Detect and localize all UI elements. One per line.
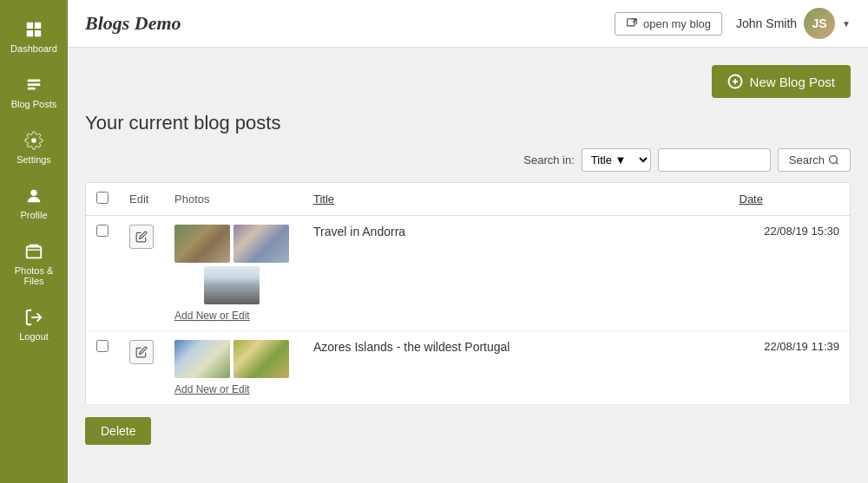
search-in-select[interactable]: Title ▼ Content Date <box>582 148 651 172</box>
svg-rect-3 <box>35 30 41 36</box>
row-edit-cell <box>119 331 164 405</box>
photos-files-icon <box>23 241 44 262</box>
sidebar-item-settings[interactable]: Settings <box>0 120 68 175</box>
svg-rect-9 <box>27 247 42 258</box>
avatar: JS <box>804 8 835 39</box>
edit-button[interactable] <box>129 225 154 249</box>
row-checkbox[interactable] <box>96 225 108 237</box>
row-title-cell: Azores Islands - the wildest Portugal <box>303 331 729 405</box>
header-title[interactable]: Title <box>303 183 729 216</box>
svg-line-17 <box>836 162 838 164</box>
row-date-cell: 22/08/19 11:39 <box>729 331 851 405</box>
page-title: Your current blog posts <box>85 112 851 134</box>
photo-grid <box>174 340 293 378</box>
search-input[interactable] <box>658 148 771 172</box>
select-all-checkbox[interactable] <box>96 192 108 204</box>
row-checkbox[interactable] <box>96 340 108 352</box>
svg-rect-5 <box>28 83 41 86</box>
sidebar-item-logout[interactable]: Logout <box>0 297 68 352</box>
header-checkbox-cell <box>86 183 120 216</box>
table-header-row: Edit Photos Title Date <box>86 183 851 216</box>
external-link-icon <box>626 17 638 29</box>
row-checkbox-cell <box>86 331 120 405</box>
sidebar-label-dashboard: Dashboard <box>10 43 57 54</box>
header-edit: Edit <box>119 183 164 216</box>
row-photos-cell: Add New or Edit <box>164 216 303 331</box>
svg-point-16 <box>830 156 838 164</box>
search-in-label: Search in: <box>523 153 575 166</box>
sidebar-item-profile[interactable]: Profile <box>0 175 68 231</box>
svg-rect-2 <box>27 30 33 36</box>
row-title-cell: Travel in Andorra <box>303 216 729 331</box>
sidebar-label-settings: Settings <box>16 154 51 165</box>
row-date-cell: 22/08/19 15:30 <box>729 216 851 331</box>
logout-icon <box>23 307 44 328</box>
delete-button[interactable]: Delete <box>85 417 151 445</box>
edit-button[interactable] <box>129 340 154 364</box>
profile-icon <box>23 186 44 206</box>
header-photos: Photos <box>164 183 303 216</box>
post-title: Travel in Andorra <box>313 225 405 238</box>
delete-bar: Delete <box>85 417 851 445</box>
sidebar-item-photos-files[interactable]: Photos &Files <box>0 231 68 297</box>
sidebar-item-dashboard[interactable]: Dashboard <box>0 9 68 64</box>
search-button[interactable]: Search <box>778 148 851 172</box>
open-my-blog-button[interactable]: open my blog <box>615 12 722 36</box>
photo-thumbnail[interactable] <box>174 340 230 378</box>
svg-point-7 <box>31 138 36 143</box>
photo-thumbnail[interactable] <box>233 225 289 263</box>
svg-rect-0 <box>27 23 33 29</box>
table-row: Add New or Edit Azores Islands - the wil… <box>86 331 851 405</box>
svg-rect-1 <box>35 23 41 29</box>
header-date[interactable]: Date <box>729 183 851 216</box>
photo-thumbnail[interactable] <box>233 340 289 378</box>
svg-rect-10 <box>30 245 39 247</box>
photo-grid <box>174 225 293 304</box>
search-icon <box>828 154 839 166</box>
row-edit-cell <box>119 216 164 331</box>
add-new-or-edit-link[interactable]: Add New or Edit <box>174 310 293 322</box>
search-bar: Search in: Title ▼ Content Date Search <box>85 148 851 172</box>
add-new-or-edit-link[interactable]: Add New or Edit <box>174 383 293 395</box>
photo-thumbnail[interactable] <box>204 266 260 304</box>
row-checkbox-cell <box>86 216 120 331</box>
sidebar-item-blog-posts[interactable]: Blog Posts <box>0 64 68 120</box>
svg-rect-4 <box>28 80 41 82</box>
user-info[interactable]: John Smith JS ▼ <box>736 8 851 39</box>
blog-posts-icon <box>23 75 44 95</box>
logo: Blogs Demo <box>85 12 615 35</box>
table-row: Add New or Edit Travel in Andorra 22/08/… <box>86 216 851 331</box>
sidebar-label-photos-files: Photos &Files <box>15 265 54 286</box>
photo-thumbnail[interactable] <box>174 225 230 263</box>
svg-rect-6 <box>28 88 36 90</box>
pencil-icon <box>135 231 148 243</box>
post-title: Azores Islands - the wildest Portugal <box>313 340 510 354</box>
user-name: John Smith <box>736 16 797 30</box>
row-photos-cell: Add New or Edit <box>164 331 303 405</box>
settings-icon <box>23 130 44 151</box>
header: Blogs Demo open my blog John Smith JS ▼ <box>68 0 868 48</box>
svg-point-8 <box>30 190 36 196</box>
dashboard-icon <box>23 19 44 40</box>
sidebar-label-profile: Profile <box>20 210 47 220</box>
pencil-icon <box>135 346 148 358</box>
new-blog-post-button[interactable]: New Blog Post <box>712 65 851 98</box>
user-dropdown-arrow[interactable]: ▼ <box>842 19 851 29</box>
main-area: Blogs Demo open my blog John Smith JS ▼ <box>68 0 868 483</box>
content-area: New Blog Post Your current blog posts Se… <box>68 48 868 483</box>
plus-circle-icon <box>727 74 743 89</box>
sidebar-label-logout: Logout <box>19 331 49 342</box>
sidebar-label-blog-posts: Blog Posts <box>11 99 57 109</box>
posts-table: Edit Photos Title Date <box>85 182 851 405</box>
new-post-bar: New Blog Post <box>85 65 851 98</box>
sidebar: Dashboard Blog Posts Settings Profi <box>0 0 68 483</box>
